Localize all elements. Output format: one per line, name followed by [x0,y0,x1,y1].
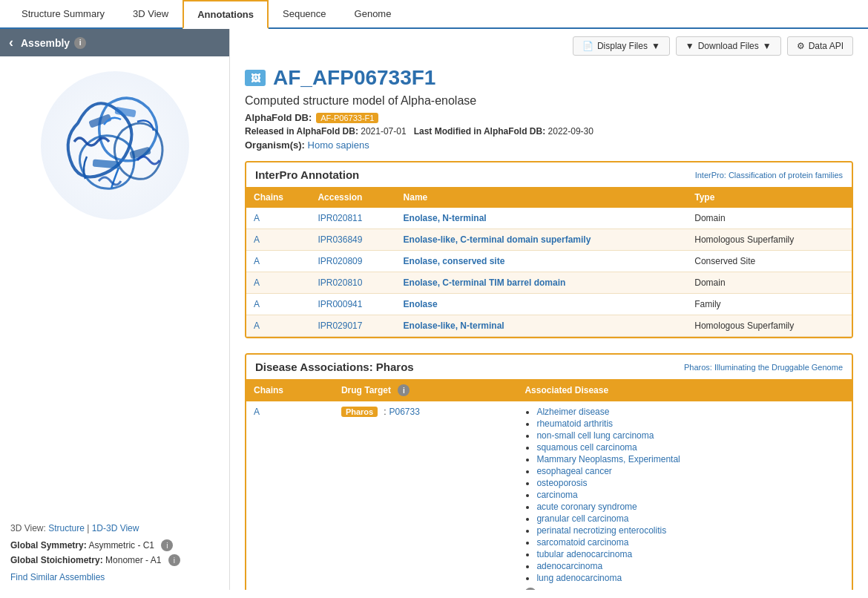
pharos-badge[interactable]: Pharos [341,407,378,417]
disease-section-link[interactable]: Pharos: Illuminating the Druggable Genom… [684,363,843,372]
sidebar-info: 3D View: Structure | 1D-3D View Global S… [0,516,229,590]
data-api-button[interactable]: ⚙ Data API [787,36,853,56]
list-item: Mammary Neoplasms, Experimental [536,454,844,464]
global-symmetry-label: Global Symmetry: [10,540,87,551]
view3d-label: 3D View: [10,523,46,533]
name-link[interactable]: Enolase, C-terminal TIM barrel domain [404,277,566,288]
more-icon[interactable]: + [525,588,536,590]
disease-link[interactable]: sarcomatoid carcinoma [536,537,628,548]
list-item: perinatal necrotizing enterocolitis [536,525,844,536]
tab-annotations[interactable]: Annotations [183,0,269,29]
drug-target-link[interactable]: P06733 [389,407,420,417]
accession-link[interactable]: IPR036849 [318,234,362,245]
disease-link[interactable]: perinatal necrotizing enterocolitis [536,525,666,536]
accession-link[interactable]: IPR020811 [318,213,362,223]
disease-link[interactable]: adenocarcinoma [536,561,602,571]
chain-link[interactable]: A [254,213,260,223]
chain-cell: A [246,272,310,294]
tab-3d-view[interactable]: 3D View [119,0,183,29]
disease-link[interactable]: tubular adenocarcinoma [536,549,632,559]
stoichiometry-info-icon[interactable]: i [168,554,180,566]
name-link[interactable]: Enolase, N-terminal [404,213,487,223]
type-cell: Domain [687,272,852,294]
display-files-button[interactable]: 📄 Display Files ▼ [573,36,670,56]
table-row: A IPR020809 Enolase, conserved site Cons… [246,251,852,272]
name-cell: Enolase-like, N-terminal [396,315,688,337]
drug-target-cell: Pharos : P06733 [334,401,518,590]
protein-organism-row: Organism(s): Homo sapiens [245,139,853,151]
disease-link[interactable]: granular cell carcinoma [536,513,628,524]
disease-link[interactable]: squamous cell carcinoma [536,442,637,453]
table-row: A IPR020811 Enolase, N-terminal Domain [246,208,852,229]
protein-db-row: AlphaFold DB: AF-P06733-F1 [245,112,853,123]
associated-disease-cell: Alzheimer diseaserheumatoid arthritisnon… [517,401,852,590]
disease-header-row: Disease Associations: Pharos Pharos: Ill… [246,355,852,379]
download-chevron-icon: ▼ [763,41,772,51]
col-chains: Chains [246,187,310,208]
disease-col-associated-disease: Associated Disease [517,379,852,401]
list-item: adenocarcinoma [536,561,844,571]
name-link[interactable]: Enolase-like, C-terminal domain superfam… [404,234,591,245]
tab-sequence[interactable]: Sequence [269,0,341,29]
interpro-table: Chains Accession Name Type A IPR020811 E… [246,187,852,337]
accession-link[interactable]: IPR029017 [318,321,362,331]
disease-link[interactable]: esophageal cancer [536,466,611,476]
list-item: rheumatoid arthritis [536,418,844,429]
accession-link[interactable]: IPR020810 [318,277,362,288]
accession-link[interactable]: IPR000941 [318,299,362,309]
type-cell: Domain [687,208,852,229]
structure-link[interactable]: Structure [48,523,85,533]
name-link[interactable]: Enolase [404,299,438,309]
chain-link[interactable]: A [254,277,260,288]
disease-link[interactable]: osteoporosis [536,478,587,488]
protein-title-block: 🖼 AF_AFP06733F1 [245,66,853,90]
list-item: carcinoma [536,490,844,500]
type-cell: Conserved Site [687,251,852,272]
disease-link[interactable]: non-small cell lung carcinoma [536,430,654,441]
disease-chain-link[interactable]: A [254,407,260,417]
content-area: 📄 Display Files ▼ ▼ Download Files ▼ ⚙ D… [230,29,868,590]
chain-link[interactable]: A [254,299,260,309]
top-navigation: Structure Summary 3D View Annotations Se… [0,0,868,29]
tab-structure-summary[interactable]: Structure Summary [7,0,119,29]
interpro-header-row: InterPro Annotation InterPro: Classifica… [246,162,852,187]
interpro-section: InterPro Annotation InterPro: Classifica… [245,161,853,338]
chevron-down-icon: ▼ [651,41,660,51]
sidebar-header: ‹ Assembly i [0,29,229,56]
chain-link[interactable]: A [254,234,260,245]
chain-link[interactable]: A [254,321,260,331]
download-icon: ▼ [685,41,694,51]
list-item: acute coronary syndrome [536,502,844,512]
disease-link[interactable]: Alzheimer disease [536,407,609,417]
disease-link[interactable]: rheumatoid arthritis [536,418,613,429]
name-cell: Enolase [396,294,688,315]
accession-link[interactable]: IPR020809 [318,256,362,266]
download-files-button[interactable]: ▼ Download Files ▼ [676,36,781,56]
list-item: lung adenocarcinoma [536,573,844,583]
name-link[interactable]: Enolase-like, N-terminal [404,321,504,331]
tab-genome[interactable]: Genome [341,0,406,29]
list-item: esophageal cancer [536,466,844,476]
symmetry-info-icon[interactable]: i [161,539,173,551]
disease-link[interactable]: lung adenocarcinoma [536,573,622,583]
list-item: non-small cell lung carcinoma [536,430,844,441]
1d3d-view-link[interactable]: 1D-3D View [92,523,139,533]
name-link[interactable]: Enolase, conserved site [404,256,505,266]
organism-link[interactable]: Homo sapiens [308,139,369,151]
interpro-section-title: InterPro Annotation [255,168,359,181]
last-modified-label: Last Modified in AlphaFold DB: [414,126,546,137]
db-badge[interactable]: AF-P06733-F1 [316,113,378,123]
global-stoichiometry-value: Monomer - A1 [105,555,161,565]
find-similar-assemblies-link[interactable]: Find Similar Assemblies [10,572,219,582]
chain-link[interactable]: A [254,256,260,266]
drug-target-info-icon[interactable]: i [398,384,410,396]
disease-link[interactable]: acute coronary syndrome [536,502,637,512]
back-button[interactable]: ‹ [9,35,13,50]
disease-link[interactable]: Mammary Neoplasms, Experimental [536,454,680,464]
interpro-section-link[interactable]: InterPro: Classification of protein fami… [695,171,843,180]
global-symmetry-row: Global Symmetry: Asymmetric - C1 i [10,539,219,551]
table-row: A IPR029017 Enolase-like, N-terminal Hom… [246,315,852,337]
type-cell: Homologous Superfamily [687,315,852,337]
disease-link[interactable]: carcinoma [536,490,577,500]
assembly-info-icon[interactable]: i [74,37,86,49]
